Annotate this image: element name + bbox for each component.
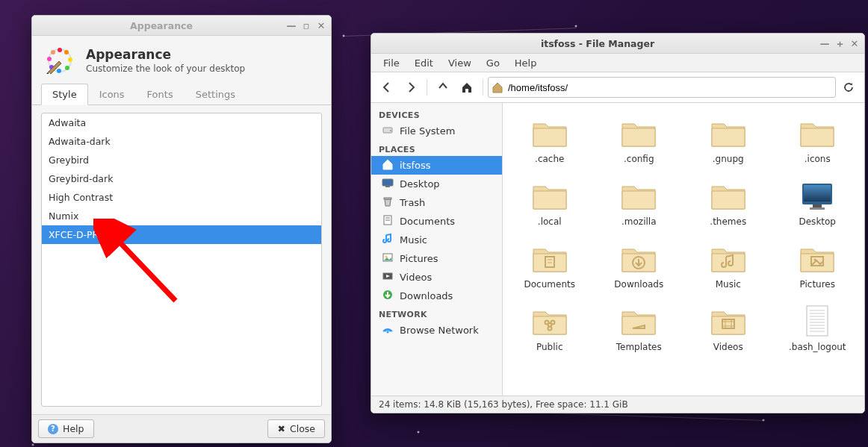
- file-label: .config: [624, 154, 654, 164]
- minimize-button[interactable]: —: [819, 39, 830, 49]
- theme-item[interactable]: High Contrast: [42, 188, 321, 207]
- sidebar-item-music[interactable]: Music: [371, 231, 502, 249]
- theme-item[interactable]: Greybird: [42, 151, 321, 169]
- close-window-button[interactable]: ✕: [316, 21, 326, 31]
- button-bar: ? Help ✖ Close: [32, 414, 331, 443]
- file-item[interactable]: .config: [597, 110, 682, 169]
- svg-point-1: [58, 48, 62, 52]
- sidebar-item-desktop[interactable]: Desktop: [371, 175, 502, 193]
- svg-rect-10: [465, 89, 468, 93]
- close-icon: ✖: [277, 423, 285, 434]
- help-button[interactable]: ? Help: [38, 419, 94, 438]
- sidebar-item-browse-network[interactable]: Browse Network: [371, 321, 502, 340]
- file-label: Documents: [524, 279, 575, 290]
- sidebar-item-label: Music: [400, 234, 427, 246]
- file-item[interactable]: Music: [686, 236, 771, 294]
- theme-list[interactable]: AdwaitaAdwaita-darkGreybirdGreybird-dark…: [41, 113, 322, 407]
- menu-edit[interactable]: Edit: [407, 55, 441, 71]
- path-input[interactable]: [506, 81, 832, 94]
- tabbar: StyleIconsFontsSettings: [32, 84, 331, 105]
- file-label: Pictures: [799, 279, 835, 290]
- menu-help[interactable]: Help: [507, 55, 545, 71]
- theme-item[interactable]: Adwaita: [42, 113, 321, 132]
- menu-file[interactable]: File: [376, 55, 407, 71]
- doc-icon: [382, 214, 394, 228]
- minimize-button[interactable]: —: [286, 21, 297, 31]
- sidebar-item-label: Documents: [400, 216, 455, 227]
- close-window-button[interactable]: ✕: [849, 39, 860, 49]
- titlebar[interactable]: itsfoss - File Manager — ＋ ✕: [371, 34, 864, 54]
- file-item[interactable]: Pictures: [775, 236, 861, 294]
- titlebar[interactable]: Appearance — ▫ ✕: [32, 16, 331, 36]
- file-item[interactable]: Desktop: [775, 173, 861, 231]
- menu-go[interactable]: Go: [479, 55, 507, 71]
- dialog-title: Appearance: [86, 47, 245, 62]
- trash-icon: [382, 196, 394, 210]
- folder-icon: [709, 178, 748, 213]
- file-label: Videos: [713, 342, 743, 352]
- maximize-button[interactable]: ▫: [301, 21, 311, 31]
- nav-home-button[interactable]: [456, 77, 477, 98]
- tab-fonts[interactable]: Fonts: [136, 84, 185, 105]
- file-pane[interactable]: .cache.config.gnupg.icons.local.mozilla.…: [503, 103, 864, 396]
- file-item[interactable]: .mozilla: [597, 173, 682, 231]
- file-item[interactable]: .themes: [686, 173, 771, 231]
- file-item[interactable]: Documents: [507, 236, 592, 294]
- close-button[interactable]: ✖ Close: [267, 419, 325, 438]
- sidebar-item-label: Desktop: [400, 178, 440, 190]
- file-label: .bash_logout: [789, 342, 846, 352]
- theme-item[interactable]: Adwaita-dark: [42, 132, 321, 151]
- folder-icon: [619, 115, 658, 151]
- folder-pub-icon: [530, 303, 569, 339]
- tab-settings[interactable]: Settings: [185, 84, 247, 105]
- file-label: .icons: [805, 154, 831, 164]
- nav-forward-button[interactable]: [400, 77, 421, 98]
- file-item[interactable]: Downloads: [597, 236, 682, 294]
- path-field[interactable]: [488, 77, 836, 98]
- sidebar-item-itsfoss[interactable]: itsfoss: [371, 156, 502, 175]
- sidebar-item-downloads[interactable]: Downloads: [371, 287, 502, 305]
- tab-icons[interactable]: Icons: [88, 84, 136, 105]
- appearance-window: Appearance — ▫ ✕: [31, 15, 332, 443]
- file-item[interactable]: Videos: [686, 298, 771, 357]
- window-title: Appearance: [37, 20, 286, 31]
- maximize-button[interactable]: ＋: [834, 39, 845, 49]
- desktop-icon: [382, 177, 394, 191]
- menu-view[interactable]: View: [441, 55, 479, 71]
- tab-style[interactable]: Style: [41, 84, 88, 105]
- file-item[interactable]: .local: [507, 173, 592, 231]
- sidebar-item-label: itsfoss: [400, 160, 431, 171]
- folder-icon: [798, 115, 837, 151]
- theme-item[interactable]: Greybird-dark: [42, 169, 321, 188]
- file-item[interactable]: .icons: [775, 110, 861, 169]
- file-item[interactable]: .cache: [507, 110, 592, 169]
- nav-up-button[interactable]: [433, 77, 453, 98]
- menubar: FileEditViewGoHelp: [371, 54, 864, 72]
- file-item[interactable]: Templates: [597, 298, 682, 357]
- refresh-button[interactable]: [838, 77, 859, 98]
- theme-item[interactable]: Numix: [42, 207, 321, 225]
- nav-back-button[interactable]: [376, 77, 397, 98]
- sidebar-item-pictures[interactable]: Pictures: [371, 249, 502, 268]
- toolbar: [371, 72, 864, 103]
- svg-rect-26: [813, 204, 822, 207]
- file-item[interactable]: Public: [507, 298, 592, 357]
- home-icon: [492, 81, 503, 93]
- sidebar-item-trash[interactable]: Trash: [371, 193, 502, 212]
- file-manager-window: itsfoss - File Manager — ＋ ✕ FileEditVie…: [371, 33, 865, 413]
- svg-rect-15: [384, 198, 391, 199]
- file-item[interactable]: .gnupg: [686, 110, 771, 169]
- network-icon: [382, 323, 394, 337]
- file-item[interactable]: .bash_logout: [775, 298, 861, 357]
- folder-vid-icon: [709, 303, 748, 339]
- theme-item[interactable]: XFCE-D-PRO-1.6: [42, 225, 321, 244]
- svg-point-5: [57, 69, 61, 73]
- folder-icon: [530, 115, 569, 151]
- sidebar-item-file-system[interactable]: File System: [371, 122, 502, 140]
- sidebar-item-videos[interactable]: Videos: [371, 268, 502, 287]
- sidebar-item-documents[interactable]: Documents: [371, 212, 502, 231]
- sidebar-item-label: Browse Network: [400, 325, 479, 336]
- home-icon: [382, 158, 394, 172]
- sidebar-section: PLACES: [371, 140, 502, 156]
- desktop-icon: [798, 178, 837, 213]
